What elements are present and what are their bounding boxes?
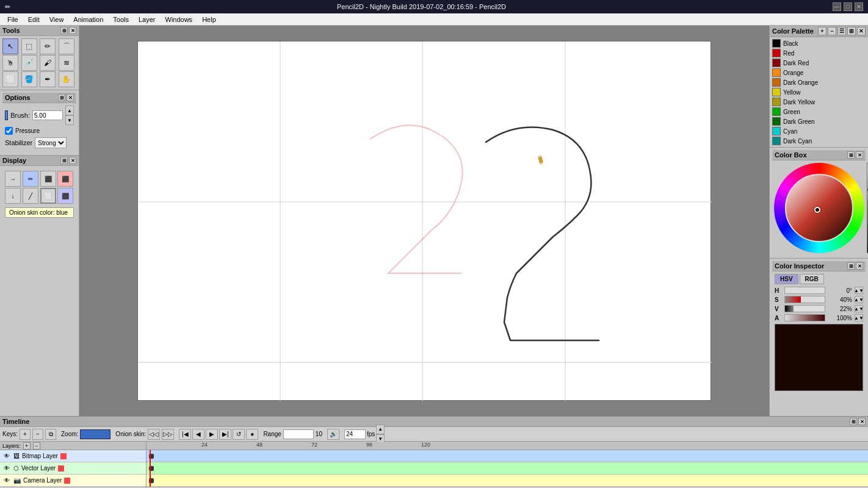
channel-v-spin[interactable]: ▲▼: [855, 305, 863, 312]
color-box-close-button[interactable]: ✕: [856, 151, 863, 159]
menu-edit[interactable]: Edit: [23, 15, 45, 24]
display-btn-box[interactable]: ⬜: [40, 188, 56, 204]
playback-play-button[interactable]: ▶: [206, 429, 218, 440]
tab-hsv[interactable]: HSV: [775, 274, 798, 284]
tool-eyedropper[interactable]: 💉: [21, 55, 37, 71]
frame-track-vector[interactable]: [146, 462, 868, 475]
tools-float-button[interactable]: ⊞: [60, 27, 68, 34]
playback-loop-button[interactable]: ↺: [233, 429, 245, 440]
color-item-yellow[interactable]: Yellow: [771, 87, 867, 97]
brush-size-down[interactable]: ▼: [65, 115, 74, 125]
options-close-button[interactable]: ✕: [67, 94, 74, 101]
color-item-green[interactable]: Green: [771, 107, 867, 117]
tool-fill[interactable]: 🪣: [21, 71, 37, 87]
color-item-dark-red[interactable]: Dark Red: [771, 58, 867, 68]
menu-windows[interactable]: Windows: [161, 15, 198, 24]
brush-size-input[interactable]: [32, 110, 63, 120]
menu-animation[interactable]: Animation: [68, 15, 108, 24]
tool-smudge[interactable]: ≋: [59, 55, 74, 71]
color-item-black[interactable]: Black: [771, 38, 867, 48]
add-layer-button[interactable]: +: [23, 442, 31, 450]
display-btn-line[interactable]: ╱: [23, 188, 38, 204]
color-indicator[interactable]: [5, 110, 8, 120]
display-btn-arrow-right[interactable]: →: [5, 171, 21, 187]
channel-a-bar[interactable]: [784, 314, 825, 321]
color-item-dark-green[interactable]: Dark Green: [771, 117, 867, 126]
color-inspector-close-button[interactable]: ✕: [856, 262, 863, 270]
timeline-close-button[interactable]: ✕: [858, 418, 866, 425]
palette-add-button[interactable]: +: [818, 27, 826, 35]
display-btn-pencil[interactable]: ✏: [23, 171, 38, 187]
brush-size-up[interactable]: ▲: [65, 106, 74, 115]
channel-s-spin[interactable]: ▲▼: [855, 296, 863, 303]
playback-next-button[interactable]: ▶|: [219, 429, 231, 440]
minimize-button[interactable]: —: [833, 2, 841, 11]
display-btn-color[interactable]: ⬛: [57, 171, 73, 187]
color-item-red[interactable]: Red: [771, 48, 867, 58]
keys-remove-button[interactable]: −: [32, 429, 43, 440]
palette-list-button[interactable]: ☰: [837, 27, 846, 35]
color-wheel-wrapper[interactable]: [774, 163, 864, 253]
options-float-button[interactable]: ⊞: [58, 94, 65, 101]
color-item-dark-yellow[interactable]: Dark Yellow: [771, 97, 867, 107]
display-btn-fill[interactable]: ⬛: [57, 188, 73, 204]
tool-polyline[interactable]: ⌒: [59, 38, 74, 54]
frame-track-bitmap[interactable]: [146, 450, 868, 462]
display-float-button[interactable]: ⊞: [60, 157, 68, 164]
timeline-float-button[interactable]: ⊞: [850, 418, 857, 425]
tool-hand[interactable]: ✋: [59, 71, 74, 87]
frames-area[interactable]: 24 48 72 96 120: [146, 442, 868, 488]
channel-h-bar[interactable]: [784, 287, 825, 294]
tool-pen[interactable]: ✒: [40, 71, 56, 87]
color-picker-handle[interactable]: [814, 207, 820, 213]
display-btn-film[interactable]: ⬛: [40, 171, 56, 187]
layer-vector-visibility[interactable]: 👁: [2, 464, 11, 473]
tool-eraser[interactable]: ⬜: [2, 71, 18, 87]
playhead[interactable]: [150, 450, 151, 487]
playback-prev-button[interactable]: ◀: [192, 429, 204, 440]
frame-track-camera[interactable]: [146, 475, 868, 487]
tools-close-button[interactable]: ✕: [69, 27, 76, 34]
channel-h-spin[interactable]: ▲▼: [855, 287, 863, 294]
color-box-float-button[interactable]: ⊞: [847, 151, 855, 159]
layer-bitmap-visibility[interactable]: 👁: [2, 452, 11, 461]
color-item-cyan[interactable]: Cyan: [771, 126, 867, 136]
tool-move[interactable]: ↖: [2, 38, 18, 54]
canvas-area[interactable]: [79, 26, 769, 416]
playback-record-button[interactable]: ●: [246, 429, 258, 440]
onion-back-button[interactable]: ◁◁: [148, 429, 160, 440]
display-close-button[interactable]: ✕: [69, 157, 76, 164]
layer-vector[interactable]: 👁 ⬡ Vector Layer: [0, 462, 146, 475]
tool-brush[interactable]: 🖌: [40, 55, 56, 71]
color-item-dark-orange[interactable]: Dark Orange: [771, 77, 867, 87]
tool-select[interactable]: ⬚: [21, 38, 37, 54]
remove-layer-button[interactable]: −: [33, 442, 40, 450]
color-item-dark-cyan[interactable]: Dark Cyan: [771, 136, 867, 146]
maximize-button[interactable]: □: [844, 2, 852, 11]
zoom-bar[interactable]: [80, 429, 110, 439]
tool-pointer[interactable]: 🖱: [2, 55, 18, 71]
layer-camera[interactable]: 👁 📷 Camera Layer: [0, 475, 146, 487]
tool-pencil[interactable]: ✏: [40, 38, 56, 54]
channel-s-bar[interactable]: [784, 296, 825, 303]
keys-add-button[interactable]: +: [20, 429, 31, 440]
stabilizer-select[interactable]: None Weak Strong: [35, 137, 67, 148]
drawing-canvas[interactable]: [138, 41, 711, 400]
channel-a-spin[interactable]: ▲▼: [855, 314, 863, 321]
layer-bitmap[interactable]: 👁 🖼 Bitmap Layer: [0, 450, 146, 462]
range-input[interactable]: [283, 429, 314, 439]
menu-tools[interactable]: Tools: [108, 15, 134, 24]
keys-duplicate-button[interactable]: ⧉: [45, 429, 56, 440]
menu-layer[interactable]: Layer: [134, 15, 161, 24]
volume-button[interactable]: 🔊: [327, 429, 339, 440]
onion-forward-button[interactable]: ▷▷: [162, 429, 174, 440]
tab-rgb[interactable]: RGB: [800, 274, 824, 284]
menu-view[interactable]: View: [45, 15, 69, 24]
pressure-checkbox[interactable]: [5, 127, 13, 135]
display-btn-down[interactable]: ↓: [5, 188, 21, 204]
fps-input[interactable]: [344, 429, 366, 439]
menu-help[interactable]: Help: [197, 15, 221, 24]
palette-close-button[interactable]: ✕: [857, 27, 866, 35]
playback-start-button[interactable]: |◀: [179, 429, 191, 440]
close-button[interactable]: ✕: [855, 2, 863, 11]
